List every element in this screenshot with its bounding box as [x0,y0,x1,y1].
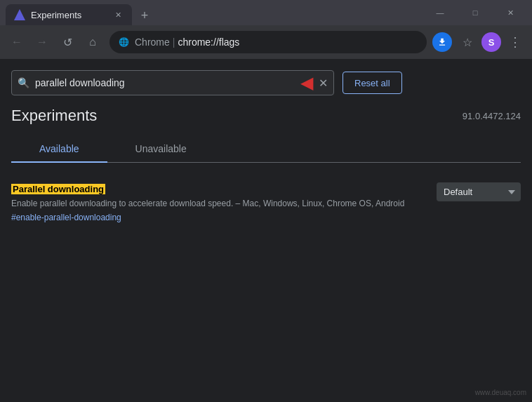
version-text: 91.0.4472.124 [463,111,521,121]
address-bar[interactable]: 🌐 Chrome | chrome://flags [109,31,427,53]
address-url: chrome://flags [178,36,239,48]
tabs-container: Available Unavailable [11,136,521,163]
experiment-name: Parallel downloading [11,184,105,194]
tab-favicon [14,9,25,20]
bookmark-icon: ☆ [463,36,472,49]
active-tab[interactable]: Experiments ✕ [6,4,132,25]
minimize-button[interactable]: — [424,0,456,25]
experiment-select-container: Default Enabled Disabled [437,182,521,201]
window-controls: — □ ✕ [424,0,526,25]
back-button[interactable]: ← [6,31,28,53]
close-button[interactable]: ✕ [494,0,526,25]
menu-icon: ⋮ [509,34,521,50]
address-text: Chrome | chrome://flags [135,36,239,48]
tab-available[interactable]: Available [11,136,107,163]
forward-button[interactable]: → [31,31,53,53]
title-bar: Experiments ✕ + — □ ✕ [0,0,532,25]
main-content: 🔍 ◀ ✕ Reset all Experiments 91.0.4472.12… [0,59,532,402]
search-box: 🔍 ◀ ✕ [11,70,334,95]
reload-button[interactable]: ↺ [56,31,79,53]
tab-unavailable[interactable]: Unavailable [107,136,215,163]
security-icon: 🌐 [118,36,129,48]
search-clear-button[interactable]: ✕ [319,76,328,90]
search-bar-container: 🔍 ◀ ✕ Reset all [11,70,521,95]
experiments-list: Parallel downloading Enable parallel dow… [11,163,521,228]
browser-toolbar: ← → ↺ ⌂ 🌐 Chrome | chrome://flags ☆ S ⋮ [0,25,532,59]
tab-close-button[interactable]: ✕ [112,9,124,20]
experiment-link[interactable]: #enable-parallel-downloading [11,213,425,222]
chrome-label: Chrome [135,36,170,48]
new-tab-button[interactable]: + [135,6,154,25]
bookmark-button[interactable]: ☆ [456,31,479,53]
tab-title: Experiments [31,10,107,20]
menu-button[interactable]: ⋮ [504,31,526,53]
page-header: Experiments 91.0.4472.124 [11,107,521,125]
red-arrow-indicator: ◀ [300,73,313,93]
tab-area: Experiments ✕ + [6,0,424,25]
profile-avatar: S [481,32,501,52]
experiment-info: Parallel downloading Enable parallel dow… [11,182,425,222]
address-separator: | [173,36,175,48]
home-button[interactable]: ⌂ [81,31,104,53]
watermark: www.deuaq.com [475,389,526,396]
profile-button[interactable]: S [480,31,503,53]
search-icon: 🔍 [18,77,29,88]
reset-all-button[interactable]: Reset all [343,72,402,94]
page-title: Experiments [11,107,97,125]
search-input[interactable] [35,77,289,88]
experiment-select[interactable]: Default Enabled Disabled [437,182,521,201]
experiment-item: Parallel downloading Enable parallel dow… [11,177,521,228]
toolbar-right: ☆ S ⋮ [432,31,526,53]
experiment-description: Enable parallel downloading to accelerat… [11,198,425,210]
maximize-button[interactable]: □ [459,0,491,25]
downloads-button[interactable] [432,32,452,52]
